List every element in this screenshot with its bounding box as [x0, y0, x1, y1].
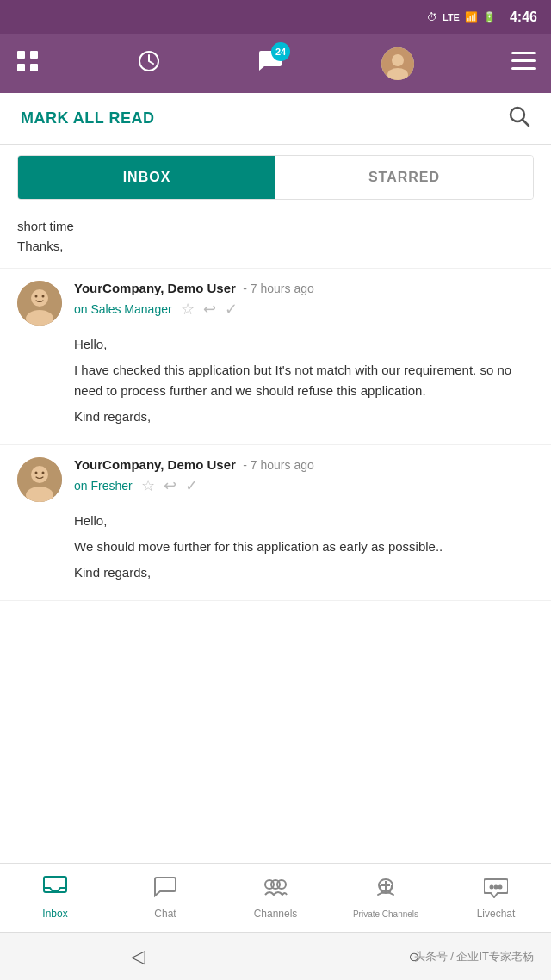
- check-icon[interactable]: ✓: [185, 476, 198, 495]
- svg-line-12: [523, 120, 529, 126]
- reply-icon[interactable]: ↩: [203, 300, 216, 319]
- list-item: YourCompany, Demo User - 7 hours ago on …: [0, 269, 551, 445]
- user-avatar[interactable]: [381, 47, 414, 80]
- nav-bar: 24: [0, 34, 551, 93]
- status-time: 4:46: [510, 9, 537, 25]
- sender-line: YourCompany, Demo User - 7 hours ago: [74, 457, 534, 473]
- action-bar: MARK ALL READ: [0, 93, 551, 145]
- svg-point-22: [42, 472, 45, 474]
- status-icons: ⏱ LTE 📶 🔋: [427, 11, 496, 23]
- check-icon[interactable]: ✓: [225, 300, 238, 319]
- bottom-nav-inbox[interactable]: Inbox: [0, 864, 110, 932]
- svg-rect-10: [511, 67, 536, 70]
- body-line-2: We should move further for this applicat…: [74, 537, 534, 557]
- bottom-nav-channels[interactable]: Channels: [220, 864, 331, 932]
- svg-rect-1: [30, 51, 38, 59]
- sender-line: YourCompany, Demo User - 7 hours ago: [74, 281, 534, 296]
- menu-icon[interactable]: [511, 52, 536, 76]
- svg-point-6: [392, 54, 404, 66]
- message-time: - 7 hours ago: [243, 458, 314, 472]
- message-header: YourCompany, Demo User - 7 hours ago on …: [17, 281, 534, 326]
- channels-icon: [263, 876, 288, 904]
- body-line-1: Hello,: [74, 511, 534, 531]
- message-list: YourCompany, Demo User - 7 hours ago on …: [0, 269, 551, 670]
- bottom-nav: Inbox Chat Channels: [0, 863, 551, 932]
- svg-rect-0: [17, 51, 25, 59]
- message-meta: YourCompany, Demo User - 7 hours ago on …: [74, 281, 534, 319]
- svg-rect-9: [511, 59, 536, 62]
- private-channels-icon: [373, 878, 399, 906]
- body-line-3: Kind regards,: [74, 406, 534, 427]
- private-channels-label: Private Channels: [353, 909, 418, 919]
- battery-icon: 🔋: [483, 11, 496, 23]
- star-icon[interactable]: ☆: [141, 476, 155, 495]
- channel-link[interactable]: on Sales Manager: [74, 302, 172, 316]
- livechat-icon: [484, 876, 508, 904]
- lte-indicator: LTE: [443, 12, 460, 22]
- reply-icon[interactable]: ↩: [164, 476, 176, 495]
- clock-icon: ⏱: [427, 11, 437, 23]
- signal-icon: 📶: [465, 11, 478, 23]
- body-line-2: I have checked this application but It's…: [74, 360, 534, 401]
- svg-point-16: [35, 295, 38, 298]
- watermark: 头条号 / 企业IT专家老杨: [414, 949, 534, 964]
- mark-all-read-button[interactable]: MARK ALL READ: [21, 109, 155, 127]
- chat-label: Chat: [154, 908, 176, 920]
- svg-rect-8: [511, 52, 536, 54]
- livechat-label: Livechat: [477, 908, 516, 920]
- message-action-icons: ☆ ↩ ✓: [141, 476, 198, 495]
- chat-badge-count: 24: [271, 42, 290, 61]
- status-bar: ⏱ LTE 📶 🔋 4:46: [0, 0, 551, 34]
- svg-point-21: [35, 472, 38, 474]
- svg-rect-23: [44, 877, 66, 892]
- svg-point-17: [42, 295, 45, 298]
- star-icon[interactable]: ☆: [181, 300, 195, 319]
- body-line-3: Kind regards,: [74, 562, 534, 583]
- chat-icon: [153, 876, 177, 904]
- avatar: [17, 457, 62, 502]
- channel-link[interactable]: on Fresher: [74, 479, 133, 493]
- message-action-icons: ☆ ↩ ✓: [181, 300, 238, 319]
- svg-rect-3: [30, 64, 38, 71]
- message-body: Hello, We should move further for this a…: [74, 511, 534, 583]
- message-channel-row: on Sales Manager ☆ ↩ ✓: [74, 300, 534, 319]
- back-button[interactable]: ◁: [131, 946, 145, 968]
- tabs-container: INBOX STARRED: [17, 155, 534, 200]
- body-line-1: Hello,: [74, 334, 534, 355]
- sender-name: YourCompany, Demo User: [74, 281, 236, 295]
- channels-label: Channels: [254, 908, 298, 920]
- message-time: - 7 hours ago: [243, 282, 314, 295]
- bottom-nav-livechat[interactable]: Livechat: [441, 864, 551, 932]
- tab-starred[interactable]: STARRED: [276, 156, 533, 199]
- message-body: Hello, I have checked this application b…: [74, 334, 534, 427]
- svg-rect-2: [17, 64, 25, 71]
- sender-name: YourCompany, Demo User: [74, 457, 236, 472]
- inbox-icon: [43, 876, 67, 904]
- chat-badge-icon[interactable]: 24: [257, 49, 283, 78]
- message-header: YourCompany, Demo User - 7 hours ago on …: [17, 457, 534, 502]
- grid-icon[interactable]: [15, 49, 40, 78]
- svg-point-31: [495, 886, 498, 889]
- message-channel-row: on Fresher ☆ ↩ ✓: [74, 476, 534, 495]
- svg-point-19: [31, 466, 48, 483]
- bottom-nav-private-channels[interactable]: Private Channels: [331, 864, 441, 932]
- partial-message: short time Thanks,: [0, 210, 551, 269]
- svg-point-14: [31, 289, 48, 307]
- message-meta: YourCompany, Demo User - 7 hours ago on …: [74, 457, 534, 495]
- svg-point-32: [499, 886, 502, 889]
- svg-point-30: [491, 886, 493, 889]
- tab-inbox[interactable]: INBOX: [18, 156, 276, 199]
- clock-nav-icon[interactable]: [138, 50, 160, 78]
- list-item: YourCompany, Demo User - 7 hours ago on …: [0, 445, 551, 601]
- svg-point-26: [271, 880, 280, 889]
- android-nav-bar: ◁ ○ 头条号 / 企业IT专家老杨: [0, 932, 551, 980]
- avatar: [17, 281, 62, 326]
- bottom-nav-chat[interactable]: Chat: [110, 864, 220, 932]
- search-button[interactable]: [508, 105, 530, 133]
- inbox-label: Inbox: [42, 908, 67, 920]
